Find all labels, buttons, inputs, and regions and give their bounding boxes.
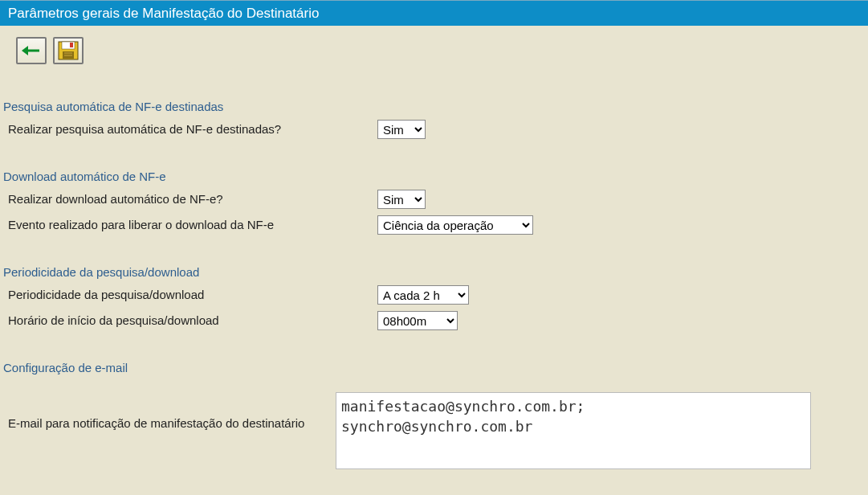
select-pesquisa-realizar[interactable]: Sim (377, 120, 426, 139)
select-download-realizar[interactable]: Sim (377, 190, 426, 209)
page-title: Parâmetros gerais de Manifestação do Des… (8, 6, 319, 22)
select-period[interactable]: A cada 2 h (377, 285, 469, 305)
content-area: Pesquisa automática de NF-e destinadas R… (0, 26, 868, 472)
label-period: Periodicidade da pesquisa/download (8, 285, 377, 301)
back-button[interactable] (16, 37, 47, 64)
save-icon (58, 41, 79, 60)
row-download-evento: Evento realizado para liberar o download… (3, 212, 868, 238)
row-period: Periodicidade da pesquisa/download A cad… (3, 282, 868, 308)
title-bar: Parâmetros gerais de Manifestação do Des… (0, 0, 868, 26)
label-download-realizar: Realizar download automático de NF-e? (8, 190, 377, 206)
label-download-evento: Evento realizado para liberar o download… (8, 215, 377, 231)
svg-rect-4 (70, 43, 73, 47)
row-pesquisa-realizar: Realizar pesquisa automática de NF-e des… (3, 117, 868, 142)
arrow-left-icon (20, 43, 43, 59)
section-title-download: Download automático de NF-e (3, 165, 868, 186)
label-email: E-mail para notificação de manifestação … (8, 392, 336, 430)
save-button[interactable] (53, 37, 84, 64)
section-title-email: Configuração de e-mail (3, 356, 868, 378)
textarea-email[interactable] (336, 392, 811, 469)
row-horario: Horário de início da pesquisa/download 0… (3, 308, 868, 333)
row-email: E-mail para notificação de manifestação … (3, 389, 868, 472)
section-title-pesquisa: Pesquisa automática de NF-e destinadas (3, 95, 868, 117)
label-pesquisa-realizar: Realizar pesquisa automática de NF-e des… (8, 120, 377, 136)
row-download-realizar: Realizar download automático de NF-e? Si… (3, 186, 868, 212)
svg-marker-1 (22, 46, 28, 55)
label-horario: Horário de início da pesquisa/download (8, 311, 377, 327)
section-title-periodicidade: Periodicidade da pesquisa/download (3, 260, 868, 282)
select-download-evento[interactable]: Ciência da operação (377, 215, 533, 235)
select-horario[interactable]: 08h00m (377, 311, 458, 330)
toolbar (3, 32, 868, 72)
